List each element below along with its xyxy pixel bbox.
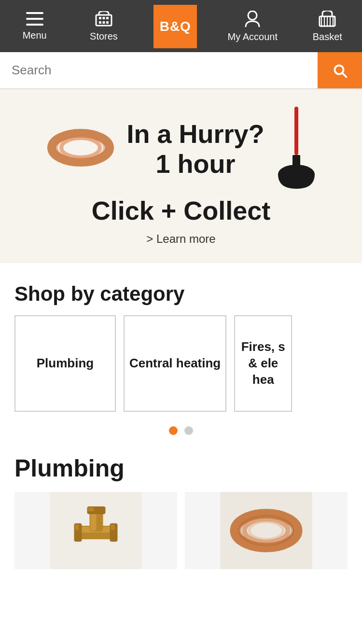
plumbing-section: Plumbing — [0, 445, 362, 569]
hero-banner: In a Hurry? 1 hour Click + Collect > Lea… — [0, 89, 362, 263]
account-icon — [245, 11, 260, 29]
svg-point-10 — [248, 11, 257, 20]
svg-rect-8 — [102, 21, 105, 24]
search-icon — [331, 62, 348, 79]
product-grid — [14, 492, 348, 569]
svg-rect-33 — [88, 507, 94, 511]
category-card-central-heating[interactable]: Central heating — [124, 315, 226, 412]
hero-line3: Click + Collect — [92, 196, 271, 225]
copper-coil-image — [44, 121, 117, 176]
svg-rect-6 — [106, 17, 109, 19]
category-card-fires[interactable]: Fires, s & ele hea — [234, 315, 292, 412]
category-label-plumbing: Plumbing — [32, 350, 98, 377]
svg-rect-7 — [99, 21, 101, 24]
logo[interactable]: B&Q — [153, 5, 197, 48]
plumbing-section-title: Plumbing — [14, 454, 348, 482]
hero-line1: In a Hurry? — [126, 119, 264, 149]
category-label-central-heating: Central heating — [125, 350, 225, 377]
svg-rect-5 — [102, 17, 105, 19]
account-label: My Account — [228, 31, 278, 42]
logo-text: B&Q — [160, 19, 191, 34]
menu-button[interactable]: Menu — [15, 12, 54, 41]
learn-more-link[interactable]: > Learn more — [146, 232, 215, 255]
search-button[interactable] — [318, 52, 362, 88]
basket-button[interactable]: Basket — [308, 11, 347, 42]
plunger-image — [274, 107, 318, 191]
svg-rect-22 — [292, 155, 300, 174]
dot-2[interactable] — [184, 426, 193, 435]
hero-line2: 1 hour — [126, 149, 264, 179]
category-card-plumbing[interactable]: Plumbing — [14, 315, 116, 412]
copper-coil-product-image — [185, 492, 348, 569]
category-scroll: Plumbing Central heating Fires, s & ele … — [0, 315, 362, 421]
svg-rect-0 — [26, 12, 43, 14]
category-section-title: Shop by category — [0, 263, 362, 315]
svg-rect-29 — [75, 524, 79, 530]
stores-label: Stores — [90, 31, 118, 42]
account-button[interactable]: My Account — [228, 11, 278, 42]
header: Menu Stores B&Q My Account — [0, 0, 362, 52]
pipe-fitting-image — [14, 492, 177, 569]
basket-label: Basket — [313, 31, 342, 42]
svg-rect-20 — [294, 107, 298, 155]
svg-rect-27 — [91, 512, 97, 531]
menu-label: Menu — [23, 30, 47, 41]
svg-rect-31 — [111, 524, 115, 530]
search-bar — [0, 52, 362, 89]
basket-icon — [319, 11, 336, 29]
svg-rect-4 — [99, 17, 101, 19]
product-card-copper-coil[interactable] — [185, 492, 348, 569]
svg-rect-3 — [96, 15, 111, 26]
svg-rect-1 — [26, 18, 43, 20]
stores-button[interactable]: Stores — [84, 11, 123, 42]
hero-text: In a Hurry? 1 hour — [126, 119, 264, 179]
carousel-dots — [0, 421, 362, 445]
svg-rect-2 — [26, 24, 43, 26]
dot-1[interactable] — [169, 426, 178, 435]
stores-icon — [95, 11, 112, 29]
svg-rect-9 — [106, 21, 109, 24]
svg-point-18 — [61, 138, 100, 157]
category-label-fires: Fires, s & ele hea — [235, 334, 291, 392]
shop-by-category-section: Shop by category Plumbing Central heatin… — [0, 263, 362, 445]
menu-icon — [26, 12, 43, 28]
search-input[interactable] — [0, 52, 318, 88]
product-card-pipe-fitting[interactable] — [14, 492, 177, 569]
